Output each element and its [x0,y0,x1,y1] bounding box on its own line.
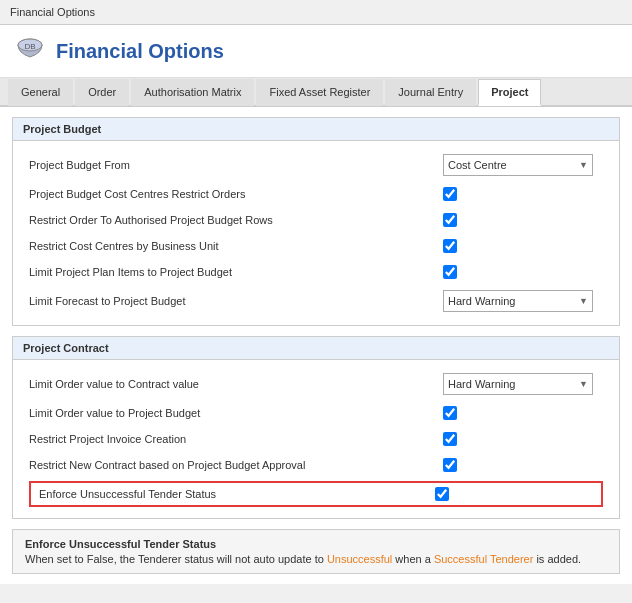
restrict-order-authorised-row: Restrict Order To Authorised Project Bud… [29,207,603,233]
project-budget-from-row: Project Budget From Cost Centre ▼ [29,149,603,181]
limit-order-contract-value: Hard Warning [448,378,515,390]
info-box: Enforce Unsuccessful Tender Status When … [12,529,620,574]
tab-fixed-asset-register[interactable]: Fixed Asset Register [256,79,383,106]
limit-project-plan-checkbox[interactable] [443,265,457,279]
info-box-text: When set to False, the Tenderer status w… [25,553,607,565]
restrict-cost-centres-bu-checkbox[interactable] [443,239,457,253]
page-header: DB Financial Options [0,25,632,78]
restrict-order-authorised-control [443,213,603,227]
info-text-unsuccessful: Unsuccessful [327,553,392,565]
project-budget-from-value: Cost Centre [448,159,507,171]
project-contract-section: Project Contract Limit Order value to Co… [12,336,620,519]
tab-general[interactable]: General [8,79,73,106]
info-box-title: Enforce Unsuccessful Tender Status [25,538,607,550]
limit-forecast-control: Hard Warning ▼ [443,290,603,312]
page-title: Financial Options [56,40,224,63]
limit-order-contract-control: Hard Warning ▼ [443,373,603,395]
limit-order-project-budget-checkbox[interactable] [443,406,457,420]
restrict-cost-centres-bu-row: Restrict Cost Centres by Business Unit [29,233,603,259]
budget-cost-centres-restrict-control [443,187,603,201]
budget-cost-centres-restrict-checkbox[interactable] [443,187,457,201]
project-budget-from-dropdown[interactable]: Cost Centre ▼ [443,154,593,176]
limit-forecast-label: Limit Forecast to Project Budget [29,295,443,307]
limit-forecast-value: Hard Warning [448,295,515,307]
restrict-order-authorised-checkbox[interactable] [443,213,457,227]
limit-project-plan-control [443,265,603,279]
limit-order-contract-dropdown[interactable]: Hard Warning ▼ [443,373,593,395]
limit-order-contract-row: Limit Order value to Contract value Hard… [29,368,603,400]
info-text-3: is added. [533,553,581,565]
limit-order-project-budget-row: Limit Order value to Project Budget [29,400,603,426]
project-budget-body: Project Budget From Cost Centre ▼ Projec… [13,141,619,325]
limit-order-contract-label: Limit Order value to Contract value [29,378,443,390]
restrict-new-contract-label: Restrict New Contract based on Project B… [29,459,443,471]
limit-order-project-budget-label: Limit Order value to Project Budget [29,407,443,419]
svg-text:DB: DB [24,42,35,51]
limit-forecast-dropdown[interactable]: Hard Warning ▼ [443,290,593,312]
enforce-tender-row: Enforce Unsuccessful Tender Status [29,481,603,507]
tab-project[interactable]: Project [478,79,541,106]
dropdown-arrow-icon3: ▼ [579,379,588,389]
project-contract-body: Limit Order value to Contract value Hard… [13,360,619,518]
project-budget-section: Project Budget Project Budget From Cost … [12,117,620,326]
project-budget-header: Project Budget [13,118,619,141]
restrict-project-invoice-checkbox[interactable] [443,432,457,446]
tab-journal-entry[interactable]: Journal Entry [385,79,476,106]
project-budget-from-label: Project Budget From [29,159,443,171]
dropdown-arrow-icon: ▼ [579,160,588,170]
restrict-cost-centres-bu-label: Restrict Cost Centres by Business Unit [29,240,443,252]
limit-project-plan-label: Limit Project Plan Items to Project Budg… [29,266,443,278]
info-text-2: when a [392,553,434,565]
enforce-tender-label: Enforce Unsuccessful Tender Status [37,488,435,500]
limit-project-plan-row: Limit Project Plan Items to Project Budg… [29,259,603,285]
main-content: Project Budget Project Budget From Cost … [0,107,632,584]
tab-bar: General Order Authorisation Matrix Fixed… [0,78,632,107]
window-title: Financial Options [0,0,632,25]
enforce-tender-control [435,487,595,501]
restrict-new-contract-row: Restrict New Contract based on Project B… [29,452,603,478]
enforce-tender-checkbox[interactable] [435,487,449,501]
info-text-1: When set to False, the Tenderer status w… [25,553,327,565]
project-budget-from-control: Cost Centre ▼ [443,154,603,176]
restrict-cost-centres-bu-control [443,239,603,253]
tab-order[interactable]: Order [75,79,129,106]
restrict-project-invoice-label: Restrict Project Invoice Creation [29,433,443,445]
budget-cost-centres-restrict-row: Project Budget Cost Centres Restrict Ord… [29,181,603,207]
limit-forecast-row: Limit Forecast to Project Budget Hard Wa… [29,285,603,317]
restrict-new-contract-control [443,458,603,472]
restrict-project-invoice-control [443,432,603,446]
budget-cost-centres-restrict-label: Project Budget Cost Centres Restrict Ord… [29,188,443,200]
app-icon: DB [14,35,46,67]
restrict-order-authorised-label: Restrict Order To Authorised Project Bud… [29,214,443,226]
info-text-successful-tenderer: Successful Tenderer [434,553,533,565]
limit-order-project-budget-control [443,406,603,420]
restrict-project-invoice-row: Restrict Project Invoice Creation [29,426,603,452]
project-contract-header: Project Contract [13,337,619,360]
restrict-new-contract-checkbox[interactable] [443,458,457,472]
tab-authorisation-matrix[interactable]: Authorisation Matrix [131,79,254,106]
dropdown-arrow-icon2: ▼ [579,296,588,306]
